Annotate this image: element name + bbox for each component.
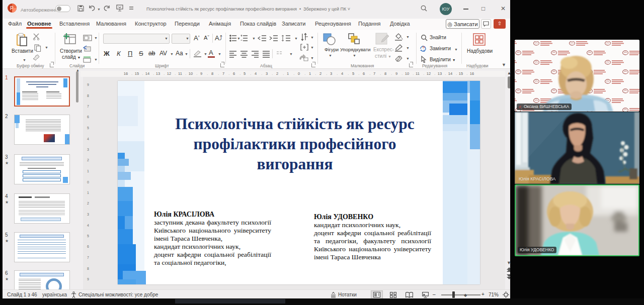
svg-text:c: c (423, 49, 425, 52)
svg-text:b: b (423, 45, 425, 49)
svg-text:P: P (10, 6, 14, 11)
